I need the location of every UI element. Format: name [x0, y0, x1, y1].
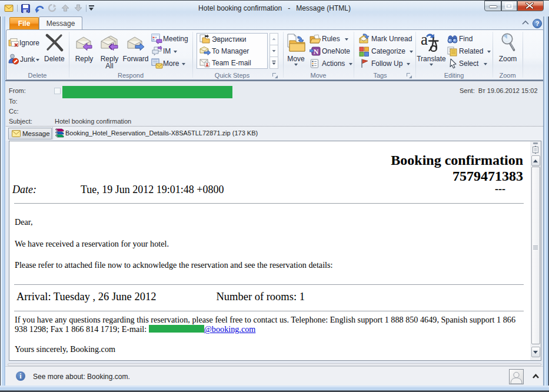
svg-text:N: N: [314, 48, 319, 56]
svg-text:a: a: [421, 32, 428, 48]
